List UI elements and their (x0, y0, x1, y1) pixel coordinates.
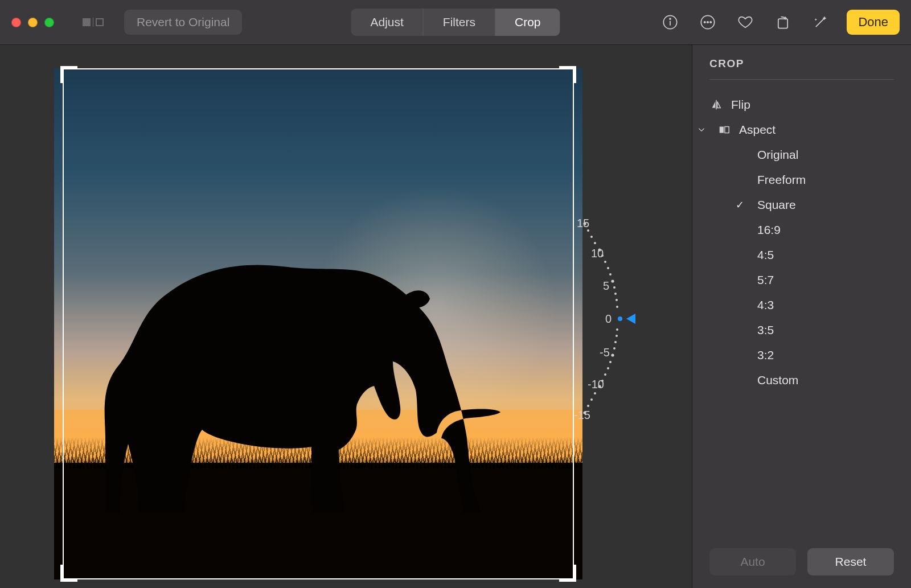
editor-body: 15 10 5 0 -5 -10 -15 CROP Flip As (0, 45, 911, 588)
dial-indicator-icon (626, 314, 635, 324)
dial-plus-10: 10 (591, 247, 604, 260)
svg-point-14 (609, 273, 612, 276)
rotate-icon[interactable] (772, 11, 794, 34)
straighten-dial[interactable]: 15 10 5 0 -5 -10 -15 (532, 193, 658, 443)
dial-plus-15: 15 (577, 217, 589, 230)
svg-point-18 (616, 306, 618, 308)
dial-minus-10: -10 (588, 378, 604, 391)
auto-button: Auto (709, 548, 796, 575)
aspect-original[interactable]: Original (736, 142, 894, 167)
info-icon[interactable] (659, 11, 682, 34)
svg-point-16 (614, 293, 617, 295)
aspect-4-3[interactable]: 4:3 (736, 293, 894, 318)
done-button[interactable]: Done (847, 10, 900, 35)
dial-indicator-dot (618, 316, 622, 321)
enhance-icon[interactable] (809, 11, 832, 34)
svg-rect-7 (778, 19, 787, 28)
dial-minus-5: -5 (600, 346, 610, 359)
aspect-5-7[interactable]: 5:7 (736, 268, 894, 293)
svg-point-2 (670, 18, 671, 19)
svg-point-28 (590, 398, 593, 401)
svg-point-23 (609, 361, 612, 363)
aspect-3-5[interactable]: 3:5 (736, 318, 894, 343)
svg-point-22 (613, 347, 615, 349)
aspect-custom[interactable]: Custom (736, 368, 894, 393)
svg-point-6 (710, 22, 711, 23)
crop-handle-br[interactable] (559, 565, 576, 582)
photo (54, 68, 582, 579)
tab-filters[interactable]: Filters (423, 9, 495, 36)
svg-point-21 (614, 341, 617, 343)
svg-point-24 (607, 367, 609, 369)
svg-point-12 (604, 261, 606, 263)
window-minimize[interactable] (28, 18, 38, 27)
favorite-icon[interactable] (734, 11, 757, 34)
dial-plus-5: 5 (603, 279, 609, 293)
svg-point-29 (587, 405, 589, 407)
tab-crop[interactable]: Crop (495, 9, 560, 36)
aspect-icon (717, 124, 731, 136)
dial-zero: 0 (605, 312, 612, 326)
crop-panel: CROP Flip Aspect Original Freeform ✓Squa… (692, 45, 911, 588)
compare-sep (93, 18, 93, 27)
toolbar-right: Done (659, 10, 911, 35)
aspect-square[interactable]: ✓Square (736, 192, 894, 217)
window-close[interactable] (11, 18, 21, 27)
subject-silhouette (88, 194, 544, 512)
panel-title: CROP (709, 57, 894, 80)
svg-point-5 (707, 22, 708, 23)
window-fullscreen[interactable] (44, 18, 54, 27)
svg-point-25 (604, 373, 606, 376)
compare-outline-icon (96, 18, 104, 26)
flip-label: Flip (731, 98, 750, 112)
crop-handle-bl[interactable] (60, 565, 77, 582)
crop-handle-tl[interactable] (60, 66, 77, 83)
panel-footer: Auto Reset (709, 538, 894, 575)
svg-point-17 (615, 299, 618, 301)
tab-adjust[interactable]: Adjust (351, 9, 422, 36)
aspect-header[interactable]: Aspect (695, 117, 894, 142)
svg-point-10 (594, 242, 596, 244)
compare-toggle[interactable] (83, 18, 104, 27)
svg-point-13 (607, 267, 609, 269)
flip-icon (709, 98, 723, 111)
canvas-area: 15 10 5 0 -5 -10 -15 (0, 45, 692, 588)
compare-filled-icon (83, 18, 91, 26)
svg-point-9 (590, 236, 593, 238)
aspect-label: Aspect (739, 123, 775, 137)
svg-point-15 (613, 286, 615, 289)
svg-point-20 (615, 335, 618, 337)
aspect-freeform[interactable]: Freeform (736, 167, 894, 192)
reset-button[interactable]: Reset (807, 548, 894, 575)
aspect-list: Original Freeform ✓Square 16:9 4:5 5:7 4… (736, 142, 894, 393)
svg-point-33 (611, 353, 614, 356)
revert-button[interactable]: Revert to Original (124, 10, 242, 35)
more-icon[interactable] (696, 11, 719, 34)
dial-minus-15: -15 (574, 409, 590, 422)
window-controls (11, 18, 54, 27)
aspect-16-9[interactable]: 16:9 (736, 217, 894, 242)
edit-mode-segmented: Adjust Filters Crop (351, 9, 560, 36)
svg-rect-37 (725, 127, 729, 133)
svg-rect-36 (720, 127, 724, 133)
svg-point-4 (704, 22, 705, 23)
chevron-down-icon (695, 125, 708, 135)
toolbar: Revert to Original Adjust Filters Crop D… (0, 0, 911, 45)
flip-button[interactable]: Flip (709, 92, 894, 117)
check-icon: ✓ (736, 199, 747, 211)
crop-stage[interactable] (63, 68, 574, 579)
aspect-3-2[interactable]: 3:2 (736, 343, 894, 368)
crop-handle-tr[interactable] (559, 66, 576, 83)
svg-point-19 (616, 328, 618, 331)
aspect-4-5[interactable]: 4:5 (736, 242, 894, 268)
svg-point-32 (611, 279, 614, 282)
svg-point-27 (594, 392, 596, 394)
